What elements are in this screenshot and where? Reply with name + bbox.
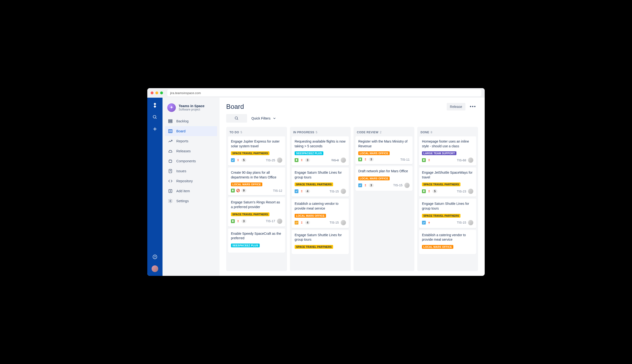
sidebar-item-backlog[interactable]: Backlog	[165, 116, 217, 126]
issue-card[interactable]: Engage Jupiter Express for outer solar s…	[228, 136, 285, 166]
assignee-avatar[interactable]	[277, 218, 282, 224]
card-meta-right: TIS-15	[393, 183, 410, 188]
priority-high-icon	[236, 219, 240, 223]
issue-card[interactable]: Engage JetShuttle SpaceWays for travel S…	[419, 168, 476, 197]
card-meta-right: TIS-8	[331, 158, 346, 163]
assignee-avatar[interactable]	[341, 220, 346, 225]
issue-card[interactable]: Create 90 day plans for all departments …	[228, 168, 285, 195]
issue-card[interactable]: Enable Speedy SpaceCraft as the preferre…	[228, 228, 285, 252]
card-meta-right: TIS-12	[273, 189, 282, 192]
project-name: Teams in Space	[179, 104, 204, 108]
card-label: SPACE TRAVEL PARTNERS	[231, 212, 270, 216]
sidebar-item-settings[interactable]: Settings	[165, 196, 217, 206]
priority-medium-icon	[427, 221, 431, 224]
sidebar-label: Board	[176, 129, 186, 133]
card-meta-right: TIS-15	[330, 189, 346, 194]
release-button[interactable]: Release	[447, 103, 466, 110]
issue-card[interactable]: Establish a catering vendor to provide m…	[292, 199, 349, 228]
card-title: Engage Saturn Shuttle Lines for group to…	[294, 233, 346, 242]
issue-card[interactable]: Engage Saturn Shuttle Lines for group to…	[292, 168, 349, 197]
card-footer: TIS-68	[422, 158, 473, 163]
main-header: Board Release •••	[226, 102, 478, 111]
more-menu-button[interactable]: •••	[468, 102, 478, 111]
board-icon	[168, 128, 173, 134]
board-column: CODE REVIEW 2 Register with the Mars Min…	[354, 127, 414, 271]
card-meta-left: 5	[231, 158, 246, 162]
card-title: Homepage footer uses an inline style - s…	[422, 139, 473, 148]
assignee-avatar[interactable]	[468, 220, 473, 225]
window-controls	[151, 92, 163, 94]
assignee-avatar[interactable]	[341, 189, 346, 194]
browser-chrome: jira.teamsinspace.com	[147, 88, 485, 98]
issue-key: TIS-15	[330, 190, 339, 193]
profile-avatar[interactable]	[152, 266, 158, 272]
close-window-icon[interactable]	[151, 92, 154, 94]
task-type-icon	[294, 189, 298, 193]
help-icon[interactable]: ?	[152, 254, 158, 260]
project-header[interactable]: Teams in Space Software project	[165, 102, 217, 116]
column-header: DONE 8	[419, 129, 476, 136]
card-label: LARGE TEAM SUPPORT	[422, 151, 456, 155]
page-title: Board	[226, 103, 244, 110]
card-meta-right: TIS-15	[457, 220, 473, 225]
card-title: Engage Saturn Shuttle Lines for group to…	[422, 202, 473, 211]
story-points-badge: 4	[305, 189, 310, 193]
reports-icon	[168, 138, 173, 144]
sidebar-item-reports[interactable]: Reports	[165, 136, 217, 146]
issue-card[interactable]: Engage Saturn's Rings Resort as a prefer…	[228, 197, 285, 226]
card-footer: 5 TIS-25	[231, 158, 282, 163]
assignee-avatar[interactable]	[404, 183, 410, 188]
card-meta-left	[422, 158, 431, 162]
chevron-down-icon	[272, 116, 276, 120]
url-bar[interactable]: jira.teamsinspace.com	[167, 90, 481, 96]
issue-key: TIS-25	[266, 158, 275, 162]
quick-filters-dropdown[interactable]: Quick Filters	[251, 116, 276, 120]
issue-card[interactable]: Homepage footer uses an inline style - s…	[419, 136, 476, 166]
column-count: 8	[431, 131, 432, 134]
issue-card[interactable]: Requesting available flights is now taki…	[292, 136, 349, 166]
sidebar-label: Add item	[176, 189, 190, 193]
search-icon[interactable]	[152, 114, 158, 120]
issue-card[interactable]: Establish a catering vendor to provide m…	[419, 230, 476, 254]
sidebar-item-releases[interactable]: Releases	[165, 146, 217, 156]
story-type-icon	[358, 158, 362, 161]
issue-card[interactable]: Engage Saturn Shuttle Lines for group to…	[419, 199, 476, 228]
global-nav-rail: ?	[147, 98, 162, 276]
maximize-window-icon[interactable]	[160, 92, 163, 94]
sidebar-item-components[interactable]: Components	[165, 156, 217, 166]
card-label: LOCAL MARS OFFICE	[231, 182, 262, 186]
story-type-icon	[422, 189, 426, 193]
card-meta-right: TIS-11	[400, 158, 410, 161]
card-label: LOCAL MARS OFFICE	[294, 214, 326, 218]
sidebar-item-add[interactable]: Add item	[165, 186, 217, 196]
story-type-icon	[231, 189, 235, 192]
card-title: Engage Saturn's Rings Resort as a prefer…	[231, 200, 282, 209]
card-label: SPACE TRAVEL PARTNERS	[422, 182, 460, 186]
task-type-icon	[358, 184, 362, 187]
sidebar-item-issues[interactable]: Issues	[165, 166, 217, 176]
card-footer: TIS-15	[422, 220, 473, 225]
issue-card[interactable]: Register with the Mars Ministry of Reven…	[356, 136, 412, 164]
sidebar-item-board[interactable]: Board	[165, 126, 217, 136]
settings-icon	[168, 198, 173, 204]
svg-text:?: ?	[154, 256, 156, 258]
card-title: Establish a catering vendor to provide m…	[422, 233, 473, 242]
svg-rect-9	[169, 130, 172, 132]
issue-card[interactable]: Draft network plan for Mars Office LOCAL…	[356, 166, 412, 191]
issue-key: TIS-68	[457, 158, 466, 162]
board-search[interactable]	[226, 114, 247, 122]
sidebar-item-repository[interactable]: Repository	[165, 176, 217, 186]
assignee-avatar[interactable]	[341, 158, 346, 163]
minimize-window-icon[interactable]	[156, 92, 158, 94]
card-title: Register with the Mars Ministry of Reven…	[358, 139, 410, 148]
blocked-icon	[236, 189, 240, 192]
issue-key: TIS-23	[457, 190, 466, 193]
assignee-avatar[interactable]	[468, 158, 473, 163]
assignee-avatar[interactable]	[277, 158, 282, 163]
jira-logo-icon[interactable]	[152, 102, 158, 108]
url-text: jira.teamsinspace.com	[170, 91, 201, 95]
card-footer: 5 TIS-23	[422, 189, 473, 194]
assignee-avatar[interactable]	[468, 189, 473, 194]
issue-card[interactable]: Engage Saturn Shuttle Lines for group to…	[292, 230, 349, 254]
create-icon[interactable]	[152, 126, 158, 132]
